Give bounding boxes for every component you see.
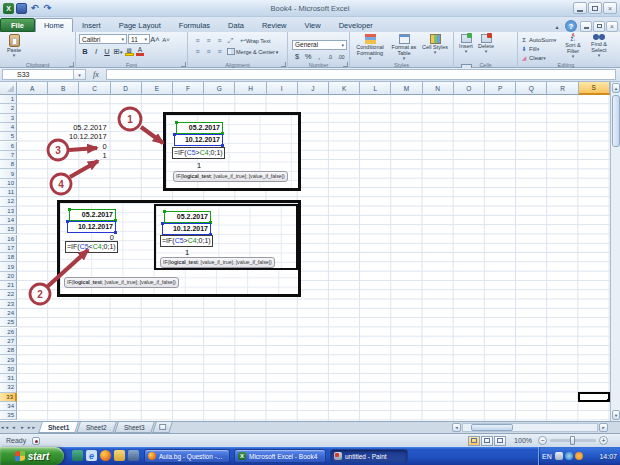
column-header-A[interactable]: A (17, 82, 48, 95)
tab-insert[interactable]: Insert (73, 18, 110, 32)
horizontal-scrollbar[interactable]: ◄ ► (452, 422, 608, 432)
column-header-C[interactable]: C (79, 82, 110, 95)
scroll-down-icon[interactable]: ▼ (612, 410, 620, 420)
cell-C4[interactable]: 05.2.2017 (19, 123, 108, 132)
insert-worksheet-tab[interactable] (152, 422, 173, 433)
macro-record-icon[interactable] (32, 437, 40, 445)
row-header-11[interactable]: 11 (0, 188, 17, 197)
name-box-dropdown-icon[interactable]: ▾ (74, 69, 86, 80)
row-header-16[interactable]: 16 (0, 235, 17, 244)
column-header-E[interactable]: E (142, 82, 173, 95)
conditional-formatting-button[interactable]: Conditional Formatting▾ (352, 33, 388, 63)
language-indicator[interactable]: EN (542, 453, 552, 460)
column-header-D[interactable]: D (111, 82, 142, 95)
horizontal-scroll-thumb[interactable] (471, 424, 513, 431)
selected-cell-outline[interactable] (578, 392, 610, 402)
row-header-5[interactable]: 5 (0, 132, 17, 141)
save-icon[interactable] (16, 3, 27, 14)
orientation-icon[interactable]: ⤢ (225, 35, 235, 46)
taskbar-button-excel[interactable]: X Microsoft Excel - Book4 (234, 449, 326, 463)
column-header-R[interactable]: R (547, 82, 578, 95)
sheet-tab-sheet1[interactable]: Sheet1 (38, 422, 79, 433)
tab-data[interactable]: Data (219, 18, 253, 32)
font-name-select[interactable]: Calibri▾ (79, 34, 127, 44)
row-header-30[interactable]: 30 (0, 365, 17, 374)
row-header-2[interactable]: 2 (0, 104, 17, 113)
ie-icon[interactable]: e (86, 450, 97, 461)
column-header-P[interactable]: P (485, 82, 516, 95)
row-header-20[interactable]: 20 (0, 272, 17, 281)
row-header-15[interactable]: 15 (0, 225, 17, 234)
zoom-in-icon[interactable]: + (599, 436, 608, 445)
prev-sheet-icon[interactable]: ◄ (9, 425, 18, 430)
maximize-button[interactable] (588, 2, 602, 14)
undo-icon[interactable]: ↶ (29, 3, 40, 14)
horizontal-scroll-track[interactable] (462, 423, 598, 432)
align-top-icon[interactable]: ≡ (192, 35, 202, 46)
quicklaunch-app-icon[interactable] (72, 450, 83, 461)
row-header-22[interactable]: 22 (0, 290, 17, 299)
tab-file[interactable]: File (0, 18, 35, 32)
alignment-dialog-launcher[interactable] (281, 62, 286, 67)
wrap-text-button[interactable]: ↩Wrap Text (240, 37, 270, 45)
zoom-slider-thumb[interactable] (570, 436, 575, 445)
column-header-S[interactable]: S (579, 82, 610, 95)
column-header-O[interactable]: O (454, 82, 485, 95)
row-header-27[interactable]: 27 (0, 337, 17, 346)
vertical-scrollbar[interactable]: ▲ ▼ (610, 82, 620, 421)
tab-formulas[interactable]: Formulas (170, 18, 219, 32)
row-header-17[interactable]: 17 (0, 244, 17, 253)
firefox-quicklaunch-icon[interactable] (100, 450, 111, 461)
normal-view-icon[interactable] (468, 436, 480, 446)
bold-button[interactable]: B (80, 46, 90, 57)
row-header-23[interactable]: 23 (0, 300, 17, 309)
align-middle-icon[interactable]: ≡ (203, 35, 213, 46)
cell-C7[interactable]: 1 (19, 151, 108, 160)
row-header-33[interactable]: 33 (0, 393, 17, 402)
close-button[interactable]: × (603, 2, 617, 14)
column-header-J[interactable]: J (298, 82, 329, 95)
tab-page-layout[interactable]: Page Layout (110, 18, 170, 32)
column-header-B[interactable]: B (48, 82, 79, 95)
shrink-font-icon[interactable]: A˅ (161, 34, 171, 45)
row-header-14[interactable]: 14 (0, 216, 17, 225)
scroll-left-icon[interactable]: ◄ (452, 423, 461, 432)
accounting-format-icon[interactable]: $ (292, 51, 302, 62)
media-icon[interactable] (128, 450, 139, 461)
insert-cells-button[interactable]: Insert▾ (456, 33, 476, 63)
book-close-button[interactable]: × (606, 21, 618, 32)
keyboard-tray-icon[interactable] (555, 452, 563, 460)
align-center-icon[interactable]: ≡ (203, 46, 213, 57)
row-header-9[interactable]: 9 (0, 169, 17, 178)
delete-cells-button[interactable]: Delete▾ (476, 33, 496, 63)
minimize-button[interactable] (573, 2, 587, 14)
decrease-decimal-icon[interactable]: .00 (336, 51, 346, 62)
help-icon[interactable]: ? (565, 20, 577, 32)
tab-view[interactable]: View (296, 18, 330, 32)
row-header-8[interactable]: 8 (0, 160, 17, 169)
redo-icon[interactable]: ↷ (42, 3, 53, 14)
zoom-slider[interactable] (550, 439, 596, 442)
column-header-H[interactable]: H (235, 82, 266, 95)
merge-center-button[interactable]: Merge & Center▾ (227, 48, 278, 55)
row-header-25[interactable]: 25 (0, 318, 17, 327)
column-header-G[interactable]: G (204, 82, 235, 95)
row-header-4[interactable]: 4 (0, 123, 17, 132)
increase-decimal-icon[interactable]: .0 (325, 51, 335, 62)
column-header-Q[interactable]: Q (516, 82, 547, 95)
column-header-N[interactable]: N (423, 82, 454, 95)
zoom-level[interactable]: 100% (514, 437, 532, 444)
next-sheet-icon[interactable]: ► (18, 425, 27, 430)
formula-input[interactable] (106, 69, 616, 80)
fill-color-icon[interactable]: ▨ (124, 46, 134, 57)
row-header-32[interactable]: 32 (0, 383, 17, 392)
row-header-6[interactable]: 6 (0, 142, 17, 151)
number-dialog-launcher[interactable] (343, 62, 348, 67)
page-break-view-icon[interactable] (494, 436, 506, 446)
start-button[interactable]: start (0, 447, 64, 465)
sort-filter-button[interactable]: AZ↓ Sort & Filter▾ (560, 33, 586, 63)
scroll-up-icon[interactable]: ▲ (612, 83, 620, 93)
font-color-icon[interactable]: A (135, 46, 145, 57)
row-header-10[interactable]: 10 (0, 179, 17, 188)
sheet-tab-sheet3[interactable]: Sheet3 (114, 422, 154, 433)
